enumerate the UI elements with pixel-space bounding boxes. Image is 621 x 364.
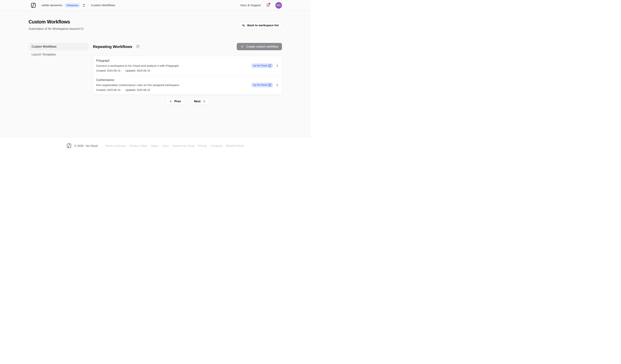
footer-link-terms[interactable]: Terms of Service [105,144,126,147]
plan-badge: Enterprise [65,3,80,7]
chevron-right-icon [276,83,279,87]
badge-label: by Nx Cloud [253,84,267,86]
user-avatar[interactable]: NO [276,2,282,9]
create-button-label: Create custom workflow [246,45,278,48]
prev-label: Prev [174,100,181,103]
copyright-text: © 2025 - Nx Cloud [74,144,98,147]
footer-link-nxdevtools[interactable]: @NxDevTools [226,144,244,147]
next-label: Next [194,100,201,103]
next-page-button[interactable]: Next [191,98,209,105]
workflow-row-polygraph[interactable]: Polygraph Connect a workspace to Nx Clou… [93,56,282,75]
app-background: Custom Workflows Automation of Nx Worksp… [0,11,310,137]
chevron-left-icon [169,100,172,103]
help-icon[interactable] [136,45,139,48]
prev-page-button[interactable]: Prev [166,98,184,105]
top-navbar: / stellar-dynamics Enterprise / Custom W… [0,0,310,11]
footer-link-docs[interactable]: Docs [162,144,169,147]
workflow-created: Created: 2025-06-15 [96,69,120,72]
return-arrow-icon [242,24,245,27]
chevron-right-icon [203,100,206,103]
pagination: Prev Next [93,98,282,105]
workflow-list: Polygraph Connect a workspace to Nx Clou… [93,56,282,95]
sidebar-item-custom-workflows[interactable]: Custom Workflows [29,43,89,50]
main-panel: Repeating Workflows Create custom workf [93,43,282,105]
nx-logo-icon [268,64,271,67]
notifications-button[interactable] [266,3,270,7]
workflow-created: Created: 2025-06-15 [96,88,120,92]
by-nx-cloud-badge[interactable]: by Nx Cloud [251,63,273,68]
chevron-right-icon [276,64,279,67]
nx-logo-icon[interactable] [31,3,36,8]
workflow-description: Run organization conformance rules on th… [96,83,248,87]
create-custom-workflow-button[interactable]: Create custom workflow [237,43,282,50]
breadcrumb-separator: / [38,3,39,7]
footer: © 2025 - Nx Cloud Terms of Service Priva… [0,137,310,182]
sidebar: Custom Workflows Launch Templates [29,43,89,105]
workflow-updated: Updated: 2025-06-15 [125,88,150,92]
by-nx-cloud-badge[interactable]: by Nx Cloud [251,83,273,87]
workflow-row-conformance[interactable]: Conformance Run organization conformance… [93,75,282,95]
footer-link-privacy[interactable]: Privacy Policy [130,144,147,147]
plus-icon [241,45,244,48]
workflow-updated: Updated: 2025-06-15 [125,69,150,72]
nx-logo-icon [67,143,71,148]
workflow-title: Conformance [96,78,248,82]
nx-logo-icon [268,84,271,86]
docs-support-link[interactable]: Docs & Support [240,3,261,7]
breadcrumb-separator: / [88,3,89,7]
section-heading: Repeating Workflows [93,44,132,49]
workspace-switcher[interactable] [82,3,85,7]
badge-label: by Nx Cloud [253,64,267,67]
back-button-label: Back to workspace list [247,24,278,27]
workflow-description: Connect a workspace to Nx Cloud and anal… [96,64,248,67]
sidebar-item-label: Custom Workflows [32,45,56,48]
breadcrumb: / stellar-dynamics Enterprise / Custom W… [29,3,115,8]
footer-links: Terms of Service Privacy Policy Status D… [105,144,244,147]
chevron-up-down-icon [82,3,85,7]
sidebar-item-launch-templates[interactable]: Launch Templates [29,51,89,58]
sidebar-item-label: Launch Templates [32,53,56,56]
breadcrumb-current-page: Custom Workflows [91,3,115,7]
footer-link-pricing[interactable]: Pricing [198,144,207,147]
footer-link-company[interactable]: Company [210,144,222,147]
page-header: Custom Workflows Automation of Nx Worksp… [29,11,282,31]
notification-dot [269,3,270,4]
workflow-title: Polygraph [96,59,248,63]
footer-link-contact[interactable]: Contact Nx Cloud [172,144,194,147]
back-to-workspace-list-button[interactable]: Back to workspace list [239,22,282,29]
footer-link-status[interactable]: Status [151,144,159,147]
workspace-name[interactable]: stellar-dynamics [41,3,63,7]
